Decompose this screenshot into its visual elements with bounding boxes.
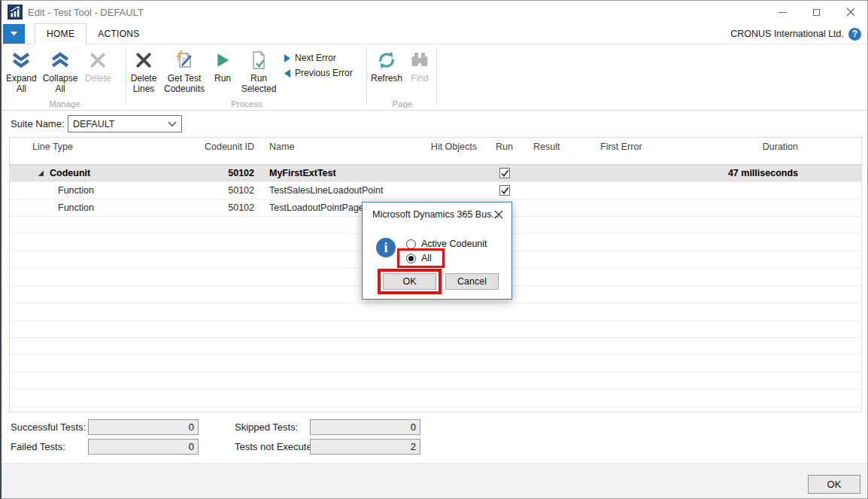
col-header-first-error[interactable]: First Error — [585, 141, 724, 152]
titlebar: Edit - Test Tool - DEFAULT — [2, 1, 867, 23]
radio-icon-unselected — [406, 239, 416, 249]
table-row-empty[interactable] — [10, 303, 861, 321]
checkmark-icon — [500, 169, 509, 178]
table-header-row: Line Type Codeunit ID Name Hit Objects R… — [10, 138, 861, 165]
previous-error-icon — [284, 69, 290, 78]
radio-active-codeunit[interactable]: Active Codeunit — [406, 239, 487, 249]
cell-line-type: Codeunit — [50, 168, 90, 178]
delete-icon — [90, 52, 106, 68]
table-row-empty[interactable] — [10, 407, 861, 412]
menubar: HOME ACTIONS CRONUS International Ltd. ? — [2, 23, 867, 44]
find-binoculars-icon — [411, 52, 429, 68]
next-error-icon — [284, 54, 290, 62]
delete-button[interactable]: Delete — [80, 48, 115, 86]
group-separator — [366, 47, 367, 105]
maximize-icon — [813, 9, 820, 16]
footer-bar: OK — [2, 463, 867, 499]
failed-tests-label: Failed Tests: — [11, 441, 65, 452]
group-separator — [436, 47, 437, 105]
successful-tests-label: Successful Tests: — [11, 421, 86, 433]
company-name: CRONUS International Ltd. — [730, 29, 844, 39]
skipped-tests-field: 0 — [310, 419, 420, 435]
info-icon: i — [376, 238, 396, 257]
group-label-manage: Manage — [3, 99, 126, 108]
close-icon — [494, 210, 503, 219]
tab-actions-label: ACTIONS — [98, 29, 139, 39]
radio-label: All — [421, 253, 432, 263]
tests-not-executed-field: 2 — [310, 439, 420, 455]
col-header-name[interactable]: Name — [262, 141, 427, 152]
cell-name: TestSalesLineLoadoutPoint — [262, 185, 427, 196]
radio-label: Active Codeunit — [421, 239, 487, 249]
skipped-tests-label: Skipped Tests: — [235, 421, 298, 433]
chevron-down-icon — [168, 121, 177, 127]
cell-line-type: Function — [58, 185, 94, 196]
window-title: Edit - Test Tool - DEFAULT — [28, 7, 144, 18]
table-row-empty[interactable] — [10, 390, 861, 407]
table-row-empty[interactable] — [10, 355, 861, 373]
suite-name-select[interactable]: DEFAULT — [68, 115, 182, 132]
help-button[interactable]: ? — [848, 28, 861, 41]
refresh-icon — [377, 50, 396, 70]
col-header-line-type[interactable]: Line Type — [10, 141, 198, 152]
close-button[interactable] — [833, 1, 867, 23]
run-selected-button[interactable]: Run Selected — [238, 48, 280, 96]
cell-codeunit-id: 50102 — [198, 168, 262, 178]
radio-all[interactable]: All — [406, 253, 432, 263]
window-ok-button[interactable]: OK — [808, 475, 860, 494]
expand-all-icon — [11, 52, 31, 68]
refresh-button[interactable]: Refresh — [368, 48, 405, 86]
run-icon — [214, 52, 231, 68]
failed-tests-field: 0 — [88, 439, 199, 455]
suite-row: Suite Name: DEFAULT — [2, 111, 867, 137]
expand-all-button[interactable]: Expand All — [3, 48, 40, 96]
suite-name-label: Suite Name: — [11, 118, 65, 129]
app-chart-icon — [8, 5, 23, 20]
ribbon: Expand All Collapse All Delete Manage — [2, 44, 867, 111]
table-row-function-1[interactable]: Function 50102 TestSalesLineLoadoutPoint — [10, 182, 861, 199]
delete-lines-icon — [135, 52, 152, 68]
run-checkbox[interactable] — [499, 168, 510, 178]
get-test-codeunits-button[interactable]: Get Test Codeunits — [161, 48, 208, 96]
confirmation-dialog: Microsoft Dynamics 365 Bus... i Active C… — [362, 202, 512, 300]
col-header-duration[interactable]: Duration — [724, 141, 861, 152]
dialog-title: Microsoft Dynamics 365 Bus... — [372, 209, 499, 220]
run-selected-icon — [250, 50, 268, 70]
maximize-button[interactable] — [800, 1, 833, 23]
expanded-tree-icon[interactable] — [38, 170, 44, 177]
col-header-run[interactable]: Run — [480, 141, 529, 152]
col-header-codeunit-id[interactable]: Codeunit ID — [198, 141, 262, 152]
app-menu-button[interactable] — [3, 24, 25, 44]
suite-name-value: DEFAULT — [73, 119, 114, 129]
checkmark-icon — [500, 186, 509, 195]
col-header-result[interactable]: Result — [529, 141, 585, 152]
cell-codeunit-id: 50102 — [198, 202, 262, 213]
find-button[interactable]: Find — [405, 48, 434, 86]
tab-home-label: HOME — [47, 29, 74, 39]
run-button[interactable]: Run — [208, 48, 238, 86]
previous-error-button[interactable]: Previous Error — [284, 68, 353, 78]
tests-not-executed-label: Tests not Executed: — [235, 441, 320, 452]
dialog-cancel-button[interactable]: Cancel — [445, 273, 499, 290]
table-row-empty[interactable] — [10, 338, 861, 355]
tab-actions[interactable]: ACTIONS — [86, 23, 150, 44]
table-row-codeunit[interactable]: Codeunit 50102 MyFirstExtTest 47 millise… — [10, 165, 861, 182]
tab-home[interactable]: HOME — [35, 23, 86, 44]
table-row-empty[interactable] — [10, 373, 861, 390]
next-error-button[interactable]: Next Error — [284, 53, 353, 63]
col-header-hit-objects[interactable]: Hit Objects — [427, 141, 480, 152]
cell-duration: 47 milliseconds — [724, 168, 861, 178]
stats-panel: Successful Tests: 0 Skipped Tests: 0 Fai… — [2, 415, 867, 460]
delete-lines-button[interactable]: Delete Lines — [126, 48, 161, 96]
dialog-ok-button[interactable]: OK — [383, 273, 436, 290]
cell-name: MyFirstExtTest — [262, 168, 427, 178]
close-icon — [846, 8, 855, 17]
chevron-down-icon — [11, 32, 17, 36]
dialog-close-button[interactable] — [492, 208, 505, 221]
collapse-all-button[interactable]: Collapse All — [40, 48, 81, 96]
minimize-icon — [778, 12, 787, 13]
run-checkbox[interactable] — [499, 185, 510, 196]
table-row-empty[interactable] — [10, 321, 861, 338]
ribbon-group-page: Refresh Find Page — [368, 44, 437, 109]
minimize-button[interactable] — [766, 1, 800, 23]
